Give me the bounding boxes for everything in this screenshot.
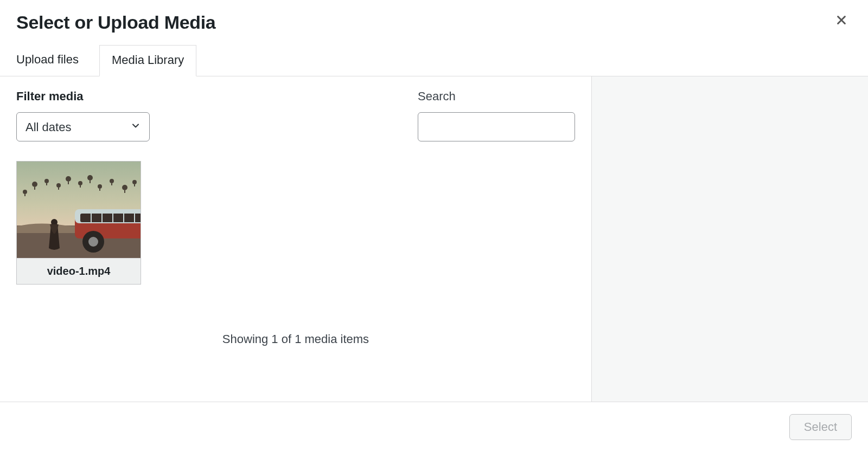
media-modal: Select or Upload Media Upload files Medi… [0,0,868,452]
select-button-label: Select [804,420,837,434]
tab-label: Media Library [112,53,184,67]
media-grid: video-1.mp4 [16,161,575,285]
svg-rect-22 [111,183,112,185]
search-input[interactable] [418,112,575,141]
svg-rect-16 [80,185,81,188]
close-icon [835,14,847,26]
svg-rect-10 [46,183,47,185]
date-filter-select[interactable]: All dates [16,112,150,141]
svg-point-21 [110,179,114,183]
search-group: Search [418,89,575,141]
details-sidebar [591,76,868,402]
svg-point-11 [56,183,61,188]
filter-media-group: Filter media All dates [16,89,150,141]
svg-rect-20 [99,189,100,191]
media-item[interactable]: video-1.mp4 [16,161,141,285]
tab-media-library[interactable]: Media Library [99,45,196,76]
svg-point-13 [66,176,71,182]
filter-media-label: Filter media [16,89,150,104]
close-button[interactable] [831,12,852,30]
modal-title: Select or Upload Media [16,12,215,33]
main-panel: Filter media All dates Search [0,76,591,402]
svg-point-9 [44,179,49,183]
svg-rect-29 [80,214,141,222]
media-status: Showing 1 of 1 media items [16,332,575,346]
modal-body: Filter media All dates Search [0,76,868,402]
svg-point-5 [23,190,27,194]
svg-rect-14 [68,182,69,184]
select-button[interactable]: Select [789,414,852,440]
modal-header: Select or Upload Media [0,0,868,37]
filters-row: Filter media All dates Search [16,89,575,141]
svg-point-36 [88,237,98,247]
svg-rect-26 [134,184,135,186]
svg-point-17 [87,175,93,180]
svg-point-19 [98,184,102,189]
media-thumbnail [17,162,141,258]
media-filename: video-1.mp4 [17,258,141,284]
svg-rect-12 [58,188,59,190]
tabs: Upload files Media Library [0,45,868,76]
tab-upload-files[interactable]: Upload files [16,45,91,76]
svg-rect-6 [24,194,25,196]
tab-label: Upload files [16,53,79,66]
modal-footer: Select [0,402,868,452]
svg-point-25 [132,180,137,184]
svg-rect-8 [34,187,35,190]
svg-rect-24 [124,190,125,193]
svg-point-7 [32,182,37,187]
svg-point-23 [122,185,127,190]
svg-rect-18 [90,180,91,183]
svg-point-15 [78,181,82,185]
date-filter-wrap: All dates [16,112,150,141]
search-label: Search [418,89,575,104]
